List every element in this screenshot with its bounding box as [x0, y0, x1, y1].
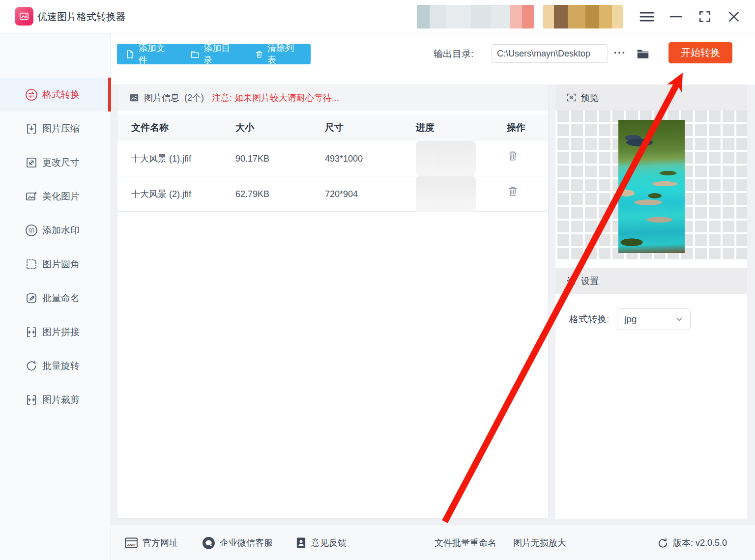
progress-bar	[416, 176, 476, 212]
rename-icon	[25, 291, 38, 305]
sidebar-item-label: 图片圆角	[42, 258, 80, 271]
preview-image	[618, 120, 685, 253]
table-row: 十大风景 (2).jfif 62.79KB 720*904	[117, 176, 548, 212]
size-warning-text: 注意: 如果图片较大请耐心等待...	[212, 92, 339, 104]
menu-icon[interactable]	[639, 11, 654, 23]
sidebar-item-label: 图片压缩	[42, 122, 80, 135]
sidebar-item-label: 图片拼接	[42, 326, 80, 338]
wechat-icon	[202, 536, 215, 550]
sidebar: 格式转换 图片压缩 更改尺寸 美化图片	[0, 33, 111, 560]
format-selected-value: jpg	[624, 314, 637, 325]
chevron-down-icon	[675, 315, 683, 323]
file-name: 十大风景 (1).jfif	[131, 141, 191, 176]
app-title: 优速图片格式转换器	[37, 0, 126, 33]
svg-text:.com: .com	[127, 543, 135, 546]
panel-title: 图片信息	[144, 92, 179, 104]
clear-list-button[interactable]: 清除列表	[247, 44, 311, 64]
file-dimensions: 493*1000	[325, 141, 363, 176]
footer-bar: .com 官方网址 企业微信客服 意见反馈 文件批量重命名 图片无损放大 版本:…	[111, 525, 755, 560]
crop-icon	[25, 393, 38, 406]
sidebar-item-label: 批量命名	[42, 292, 80, 305]
sidebar-item-watermark[interactable]: 印 添加水印	[0, 213, 111, 247]
file-size: 90.17KB	[235, 141, 269, 176]
settings-title: 设置	[581, 275, 599, 287]
table-header-row: 文件名称 大小 尺寸 进度 操作	[117, 114, 548, 141]
sidebar-item-format-convert[interactable]: 格式转换	[0, 78, 111, 112]
col-size: 大小	[235, 114, 254, 141]
sidebar-item-image-crop[interactable]: 图片裁剪	[0, 383, 111, 417]
beautify-image-icon	[25, 190, 38, 203]
output-dir-input[interactable]: C:\Users\mayn\Desktop	[492, 44, 608, 63]
sidebar-item-image-splice[interactable]: 图片拼接	[0, 315, 111, 349]
preview-icon	[566, 92, 577, 103]
rotate-icon	[25, 359, 38, 372]
sidebar-item-label: 格式转换	[42, 88, 80, 101]
sidebar-item-resize[interactable]: 更改尺寸	[0, 145, 111, 179]
file-count: (2个)	[184, 92, 204, 104]
website-icon: .com	[124, 537, 138, 549]
minimize-button[interactable]	[669, 11, 682, 23]
image-info-header: 图片信息 (2个) 注意: 如果图片较大请耐心等待...	[117, 85, 548, 111]
maximize-button[interactable]	[698, 10, 711, 23]
splice-icon	[25, 325, 38, 338]
app-logo-icon	[15, 7, 33, 26]
close-button[interactable]	[727, 10, 740, 23]
progress-bar	[416, 141, 476, 176]
sidebar-item-batch-rotate[interactable]: 批量旋转	[0, 349, 111, 383]
feedback-link[interactable]: 意见反馈	[295, 525, 347, 560]
open-folder-button[interactable]	[636, 47, 650, 61]
trash-icon	[507, 150, 519, 162]
title-bar: 优速图片格式转换器	[0, 0, 755, 33]
settings-header: 设置	[555, 268, 747, 294]
svg-text:印: 印	[29, 227, 34, 234]
blurred-account-info	[417, 5, 534, 28]
trash-icon	[255, 50, 263, 59]
sidebar-item-image-compress[interactable]: 图片压缩	[0, 112, 111, 145]
feedback-icon	[295, 536, 307, 549]
image-info-panel: 图片信息 (2个) 注意: 如果图片较大请耐心等待... 文件名称 大小 尺寸 …	[117, 84, 549, 519]
add-file-button[interactable]: 添加文件	[117, 44, 182, 64]
col-dimensions: 尺寸	[325, 114, 344, 141]
sidebar-item-beautify[interactable]: 美化图片	[0, 179, 111, 213]
sidebar-item-rounded-corner[interactable]: 图片圆角	[0, 247, 111, 281]
add-directory-button[interactable]: 添加目录	[182, 44, 247, 64]
version-info[interactable]: 版本: v2.0.5.0	[657, 525, 727, 560]
sidebar-item-label: 批量旋转	[42, 360, 80, 372]
sidebar-item-label: 添加水印	[42, 224, 80, 237]
preview-header: 预览	[555, 84, 747, 111]
official-site-link[interactable]: .com 官方网址	[124, 525, 178, 560]
output-dir-label: 输出目录:	[434, 44, 473, 64]
start-convert-button[interactable]: 开始转换	[668, 42, 732, 63]
sidebar-item-label: 更改尺寸	[42, 156, 80, 169]
wechat-support-link[interactable]: 企业微信客服	[202, 525, 273, 560]
compress-icon	[25, 122, 38, 135]
update-refresh-icon	[657, 537, 668, 549]
lossless-upscale-link[interactable]: 图片无损放大	[513, 525, 566, 560]
format-convert-label: 格式转换:	[569, 308, 609, 330]
sidebar-item-batch-rename[interactable]: 批量命名	[0, 281, 111, 315]
table-row: 十大风景 (1).jfif 90.17KB 493*1000	[117, 141, 548, 176]
format-select-dropdown[interactable]: jpg	[617, 308, 691, 330]
browse-more-button[interactable]: ···	[612, 44, 627, 64]
batch-rename-link[interactable]: 文件批量重命名	[435, 525, 496, 560]
watermark-icon: 印	[25, 224, 38, 237]
file-size: 62.79KB	[235, 176, 269, 212]
version-text: 版本: v2.0.5.0	[673, 537, 727, 549]
col-progress: 进度	[416, 114, 435, 141]
image-info-icon	[129, 93, 139, 103]
sidebar-item-label: 美化图片	[42, 190, 80, 203]
resize-icon	[25, 156, 38, 169]
preview-title: 预览	[581, 92, 599, 104]
sidebar-item-label: 图片裁剪	[42, 393, 80, 406]
folder-icon	[190, 50, 200, 59]
file-actions-toolbar: 添加文件 添加目录 清除列表	[117, 44, 311, 64]
folder-icon	[636, 47, 650, 61]
delete-file-button[interactable]	[507, 141, 519, 176]
format-convert-icon	[25, 88, 38, 101]
col-filename: 文件名称	[131, 114, 169, 141]
file-icon	[125, 50, 135, 59]
file-dimensions: 720*904	[325, 176, 358, 212]
preview-settings-panel: 预览 设置 格式转换: jpg	[555, 84, 747, 519]
delete-file-button[interactable]	[507, 176, 519, 212]
col-operations: 操作	[507, 114, 525, 141]
